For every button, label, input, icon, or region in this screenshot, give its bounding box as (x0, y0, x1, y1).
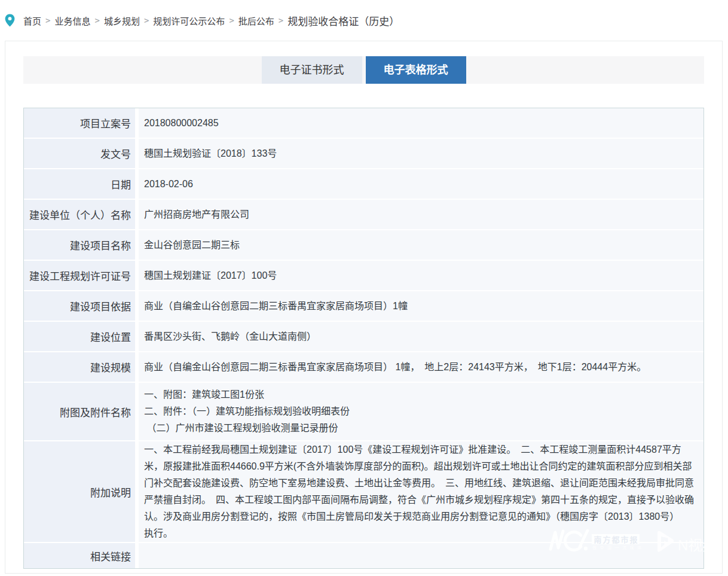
row-value: 金山谷创意园二期三标 (139, 230, 703, 260)
table-row: 附加说明一、本工程前经我局穗国土规划建证〔2017〕100号《建设工程规划许可证… (24, 441, 703, 543)
table-row: 建设项目依据商业（自编金山谷创意园二期三标番禺宜家家居商场项目）1幢 (24, 291, 703, 322)
row-value: 一、附图：建筑竣工图1份张二、附件：（一）建筑功能指标规划验收明细表份 （二）广… (139, 383, 703, 440)
row-value-text: 金山谷创意园二期三标 (144, 237, 699, 254)
row-value-text: 穗国土规划建证〔2017〕100号 (144, 267, 699, 284)
table-row: 附图及附件名称一、附图：建筑竣工图1份张二、附件：（一）建筑功能指标规划验收明细… (24, 383, 703, 441)
row-value-text: 商业（自编金山谷创意园二期三标番禺宜家家居商场项目）1幢 (144, 298, 699, 315)
row-label: 建设工程规划许可证号 (24, 261, 139, 290)
breadcrumb-nav: 首页>业务信息>城乡规划>规划许可公示公布>批后公布>规划验收合格证（历史） (23, 13, 399, 28)
row-value: 20180800002485 (139, 108, 703, 138)
row-value-text: 商业（自编金山谷创意园二期三标番禺宜家家居商场项目） 1幢， 地上2层：2414… (144, 359, 699, 376)
row-label: 建设项目名称 (24, 230, 139, 260)
breadcrumb-item[interactable]: 规划验收合格证（历史） (287, 13, 399, 28)
table-row: 发文号穗国土规划验证〔2018〕133号 (24, 139, 703, 169)
row-label: 建设单位（个人）名称 (24, 200, 139, 229)
row-label: 附图及附件名称 (24, 383, 139, 440)
row-value-text: 穗国土规划验证〔2018〕133号 (144, 145, 699, 162)
table-row: 建设单位（个人）名称广州招商房地产有限公司 (24, 200, 703, 230)
breadcrumb-separator: > (229, 16, 234, 25)
breadcrumb-item[interactable]: 批后公布 (238, 14, 274, 27)
row-label: 建设位置 (24, 322, 139, 351)
content-card: 电子证书形式 电子表格形式 项目立案号20180800002485发文号穗国土规… (5, 41, 723, 574)
row-value-line: （二）广州市建设工程规划验收测量记录册份 (144, 420, 699, 437)
tab-strip: 电子证书形式 电子表格形式 (23, 56, 704, 84)
row-value-line: 二、附件：（一）建筑功能指标规划验收明细表份 (144, 403, 699, 420)
row-value (139, 543, 703, 568)
row-value: 商业（自编金山谷创意园二期三标番禺宜家家居商场项目） 1幢， 地上2层：2414… (139, 352, 703, 382)
row-label: 建设项目依据 (24, 291, 139, 321)
tab-table-form[interactable]: 电子表格形式 (366, 56, 466, 84)
row-value: 2018-02-06 (139, 169, 703, 199)
details-table: 项目立案号20180800002485发文号穗国土规划验证〔2018〕133号日… (23, 108, 704, 569)
breadcrumb-item[interactable]: 规划许可公示公布 (153, 14, 225, 27)
row-value: 穗国土规划验证〔2018〕133号 (139, 139, 703, 168)
row-value: 广州招商房地产有限公司 (139, 200, 703, 229)
row-value-line: 门补交配套设施建设费、防空地下室易地建设费、土地出让金等费用。 三、用地红线、建… (144, 475, 699, 492)
row-value-line: 执行。 (144, 525, 699, 542)
row-value-line: 一、本工程前经我局穗国土规划建证〔2017〕100号《建设工程规划许可证》批准建… (144, 441, 699, 458)
breadcrumb-item[interactable]: 首页 (23, 14, 41, 27)
row-value-line: 一、附图：建筑竣工图1份张 (144, 386, 699, 403)
row-value: 商业（自编金山谷创意园二期三标番禺宜家家居商场项目）1幢 (139, 291, 703, 321)
table-row: 建设工程规划许可证号穗国土规划建证〔2017〕100号 (24, 261, 703, 291)
breadcrumb-separator: > (45, 16, 50, 25)
row-value-line: 认。涉及商业用房分割登记的，按照《市国土房管局印发关于规范商业用房分割登记意见的… (144, 508, 699, 525)
row-label: 项目立案号 (24, 108, 139, 138)
table-row: 相关链接 (24, 543, 703, 568)
row-label: 发文号 (24, 139, 139, 168)
row-label: 相关链接 (24, 543, 139, 568)
table-row: 项目立案号20180800002485 (24, 108, 703, 139)
row-label: 日期 (24, 169, 139, 199)
breadcrumb-separator: > (279, 16, 283, 25)
row-label: 建设规模 (24, 352, 139, 382)
row-value-text: 广州招商房地产有限公司 (144, 206, 699, 223)
breadcrumb-separator: > (144, 16, 149, 25)
row-value-text: 20180800002485 (144, 115, 699, 132)
table-row: 日期2018-02-06 (24, 169, 703, 200)
row-value: 番禺区沙头街、飞鹅岭（金山大道南侧） (139, 322, 703, 351)
row-value: 穗国土规划建证〔2017〕100号 (139, 261, 703, 290)
breadcrumb-separator: > (94, 16, 99, 25)
table-row: 建设位置番禺区沙头街、飞鹅岭（金山大道南侧） (24, 322, 703, 352)
row-label: 附加说明 (24, 441, 139, 542)
row-value-text: 番禺区沙头街、飞鹅岭（金山大道南侧） (144, 328, 699, 345)
page: 首页>业务信息>城乡规划>规划许可公示公布>批后公布>规划验收合格证（历史） 电… (0, 0, 728, 576)
row-value-line: 米，原报建批准面积44660.9平方米(不含外墙装饰厚度部分的面积)。超出规划许… (144, 458, 699, 475)
breadcrumb: 首页>业务信息>城乡规划>规划许可公示公布>批后公布>规划验收合格证（历史） (0, 0, 728, 41)
table-row: 建设项目名称金山谷创意园二期三标 (24, 230, 703, 261)
row-value: 一、本工程前经我局穗国土规划建证〔2017〕100号《建设工程规划许可证》批准建… (139, 441, 703, 542)
tab-certificate-form[interactable]: 电子证书形式 (262, 56, 362, 84)
breadcrumb-item[interactable]: 城乡规划 (104, 14, 140, 27)
location-pin-icon (5, 14, 15, 27)
row-value-line: 严禁擅自封闭。 四、本工程竣工图内部平面间隔布局调整，符合《广州市城乡规划程序规… (144, 492, 699, 508)
table-row: 建设规模商业（自编金山谷创意园二期三标番禺宜家家居商场项目） 1幢， 地上2层：… (24, 352, 703, 383)
breadcrumb-item[interactable]: 业务信息 (54, 14, 90, 27)
row-value-text: 2018-02-06 (144, 176, 699, 193)
